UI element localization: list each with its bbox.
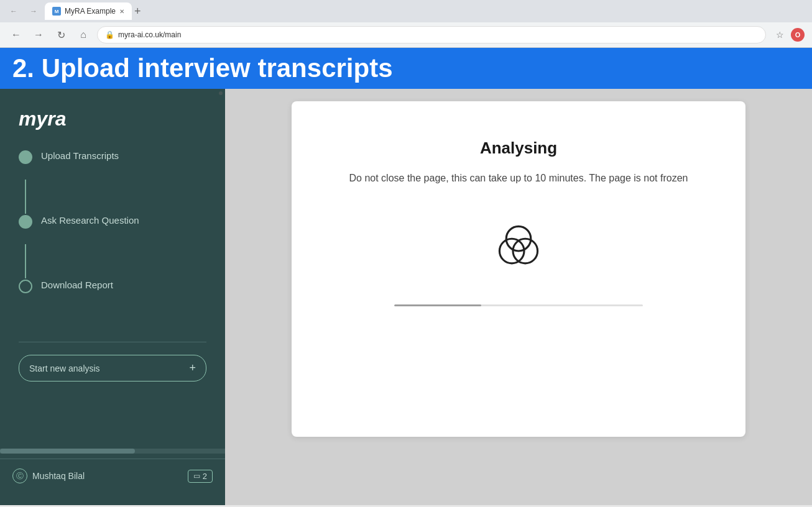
- step-label-2: Ask Research Question: [41, 214, 139, 244]
- scrollbar-track[interactable]: [0, 449, 225, 454]
- reload-btn[interactable]: ↻: [52, 26, 70, 43]
- step-circle-3: [19, 280, 32, 293]
- sidebar-logo: myra: [0, 101, 225, 149]
- step-circle-2: [19, 215, 32, 229]
- step-circle-1: [19, 150, 32, 164]
- step-item-1[interactable]: Upload Transcripts: [19, 149, 206, 180]
- home-btn[interactable]: ⌂: [75, 26, 92, 43]
- tab-close-btn[interactable]: ✕: [119, 8, 124, 15]
- content-area: Analysing Do not close the page, this ca…: [225, 89, 812, 505]
- scrollbar-thumb: [0, 449, 135, 454]
- tab-title: MyRA Example: [65, 7, 116, 16]
- notification-count: 2: [203, 472, 207, 481]
- new-tab-btn[interactable]: +: [134, 6, 141, 17]
- window-back-btn[interactable]: ←: [5, 2, 22, 20]
- plus-icon: +: [189, 362, 196, 375]
- forward-btn[interactable]: →: [30, 26, 47, 43]
- resize-handle: [219, 91, 223, 95]
- tab-bar: ← → M MyRA Example ✕ +: [0, 0, 812, 22]
- sidebar: myra Upload Transcripts Ask Research Que…: [0, 89, 225, 505]
- browser-chrome: ← → M MyRA Example ✕ + ← → ↻ ⌂ 🔒 myra-ai…: [0, 0, 812, 48]
- start-new-label: Start new analysis: [29, 363, 100, 373]
- user-name: Mushtaq Bilal: [32, 471, 85, 481]
- profile-btn[interactable]: O: [791, 28, 805, 42]
- progress-bar-fill: [394, 304, 481, 306]
- step-item-3[interactable]: Download Report: [19, 278, 206, 309]
- progress-bar-area: [394, 304, 643, 306]
- window-forward-btn[interactable]: →: [25, 2, 42, 20]
- back-btn[interactable]: ←: [7, 26, 25, 43]
- main-layout: myra Upload Transcripts Ask Research Que…: [0, 89, 812, 505]
- analysing-subtitle: Do not close the page, this can take up …: [349, 170, 688, 186]
- annotation-text: 2. Upload interview transcripts: [12, 53, 393, 83]
- analysing-title: Analysing: [480, 139, 557, 158]
- notification-icon: ▭: [193, 472, 200, 480]
- progress-bar-track: [394, 304, 643, 306]
- analysis-card: Analysing Do not close the page, this ca…: [292, 101, 745, 437]
- lock-icon: 🔒: [105, 30, 114, 39]
- browser-icons: ☆ O: [771, 26, 805, 43]
- annotation-banner: 2. Upload interview transcripts: [0, 48, 812, 89]
- steps-container: Upload Transcripts Ask Research Question…: [0, 149, 225, 336]
- start-new-analysis-button[interactable]: Start new analysis +: [19, 355, 206, 381]
- sidebar-spacer: [0, 381, 225, 444]
- active-tab[interactable]: M MyRA Example ✕: [45, 2, 132, 20]
- tab-favicon: M: [52, 7, 61, 16]
- sidebar-divider: [19, 342, 206, 342]
- url-text: myra-ai.co.uk/main: [118, 30, 181, 39]
- loading-spinner: [491, 217, 547, 273]
- star-btn[interactable]: ☆: [771, 26, 788, 43]
- step-connector-2: [25, 244, 26, 278]
- user-info[interactable]: Ⓒ Mushtaq Bilal: [12, 468, 85, 483]
- spinner-svg: [491, 217, 547, 273]
- sidebar-footer: Ⓒ Mushtaq Bilal ▭ 2: [0, 459, 225, 493]
- step-label-3: Download Report: [41, 278, 113, 309]
- url-bar[interactable]: 🔒 myra-ai.co.uk/main: [97, 26, 766, 43]
- step-connector-1: [25, 180, 26, 214]
- address-bar: ← → ↻ ⌂ 🔒 myra-ai.co.uk/main ☆ O: [0, 22, 812, 47]
- notification-badge[interactable]: ▭ 2: [188, 470, 213, 483]
- step-item-2[interactable]: Ask Research Question: [19, 214, 206, 244]
- user-avatar-icon: Ⓒ: [12, 468, 27, 483]
- step-label-1: Upload Transcripts: [41, 149, 119, 180]
